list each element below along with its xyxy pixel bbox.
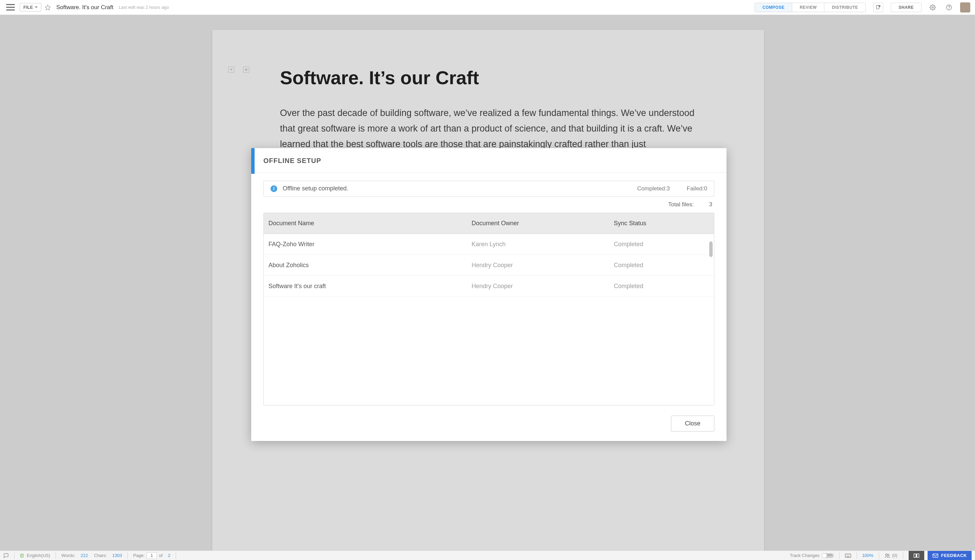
- cell-doc-name: FAQ-Zoho Writer: [264, 234, 467, 255]
- help-icon[interactable]: [944, 3, 954, 12]
- tab-compose[interactable]: COMPOSE: [755, 3, 792, 12]
- cell-doc-name: Software It's our craft: [264, 276, 467, 297]
- col-sync-status: Sync Status: [609, 213, 714, 234]
- completed-count: Completed:3: [637, 185, 670, 192]
- comments-icon[interactable]: [3, 553, 9, 558]
- status-bar: English(US) Words: 222 Chars: 1303 Page:…: [0, 550, 975, 560]
- svg-point-3: [932, 7, 934, 8]
- svg-point-2: [879, 5, 880, 7]
- svg-point-9: [888, 554, 889, 556]
- page-input[interactable]: [147, 552, 157, 559]
- close-button[interactable]: Close: [671, 416, 714, 432]
- cell-sync-status: Completed: [609, 255, 714, 276]
- sync-table: Document Name Document Owner Sync Status…: [263, 213, 714, 405]
- file-menu-button[interactable]: FILE: [20, 3, 41, 12]
- app-header: FILE Software. It's our Craft Last edit …: [0, 0, 975, 15]
- modal-title: OFFLINE SETUP: [251, 148, 726, 172]
- svg-point-8: [886, 553, 887, 555]
- user-avatar[interactable]: [960, 2, 970, 13]
- word-count: Words: 222: [61, 553, 88, 558]
- offline-setup-modal: OFFLINE SETUP i Offline setup completed.…: [251, 148, 726, 441]
- favorite-star-icon[interactable]: [45, 4, 51, 10]
- cell-doc-owner: Hendry Cooper: [467, 276, 609, 297]
- failed-count: Failed:0: [687, 185, 707, 192]
- table-row: Software It's our craft Hendry Cooper Co…: [264, 276, 714, 297]
- tab-review[interactable]: REVIEW: [792, 3, 824, 12]
- info-icon: i: [271, 185, 277, 192]
- table-header: Document Name Document Owner Sync Status: [264, 213, 714, 234]
- table-row: FAQ-Zoho Writer Karen Lynch Completed: [264, 234, 714, 255]
- file-menu-label: FILE: [23, 5, 33, 10]
- svg-point-5: [949, 8, 949, 9]
- cell-doc-owner: Hendry Cooper: [467, 255, 609, 276]
- zoom-level[interactable]: 100%: [862, 553, 873, 558]
- cell-sync-status: Completed: [609, 234, 714, 255]
- notifications-icon[interactable]: [873, 3, 883, 12]
- cell-doc-owner: Karen Lynch: [467, 234, 609, 255]
- share-button[interactable]: SHARE: [891, 3, 921, 12]
- tab-distribute[interactable]: DISTRIBUTE: [824, 3, 865, 12]
- char-count: Chars: 1303: [94, 553, 122, 558]
- page-indicator: Page: of 2: [133, 552, 170, 559]
- reading-mode-icon[interactable]: [909, 551, 924, 560]
- last-edit-text: Last edit was 2 hours ago: [119, 5, 169, 10]
- cell-sync-status: Completed: [609, 276, 714, 297]
- info-bar: i Offline setup completed. Completed:3 F…: [263, 181, 714, 197]
- col-document-owner: Document Owner: [467, 213, 609, 234]
- language-selector[interactable]: English(US): [20, 553, 50, 558]
- svg-rect-10: [933, 553, 938, 557]
- mode-tabs: COMPOSE REVIEW DISTRIBUTE: [754, 3, 866, 12]
- col-document-name: Document Name: [264, 213, 467, 234]
- info-text: Offline setup completed.: [283, 185, 348, 192]
- modal-accent-bar: [251, 148, 254, 174]
- gear-icon[interactable]: [928, 3, 938, 12]
- workspace: Software. It’s our Craft Over the past d…: [0, 15, 975, 550]
- toggle-switch[interactable]: OFF: [822, 553, 834, 558]
- table-row: About Zoholics Hendry Cooper Completed: [264, 255, 714, 276]
- menu-icon[interactable]: [5, 3, 16, 12]
- track-changes-toggle[interactable]: Track Changes OFF: [790, 553, 834, 558]
- document-title: Software. It's our Craft: [56, 4, 114, 11]
- feedback-button[interactable]: FEEDBACK: [928, 551, 972, 560]
- collaborators[interactable]: (0): [885, 553, 898, 558]
- scrollbar-thumb[interactable]: [709, 242, 712, 257]
- total-files: Total files: 3: [263, 199, 714, 213]
- keyboard-icon[interactable]: [845, 553, 851, 558]
- svg-marker-0: [45, 5, 50, 10]
- cell-doc-name: About Zoholics: [264, 255, 467, 276]
